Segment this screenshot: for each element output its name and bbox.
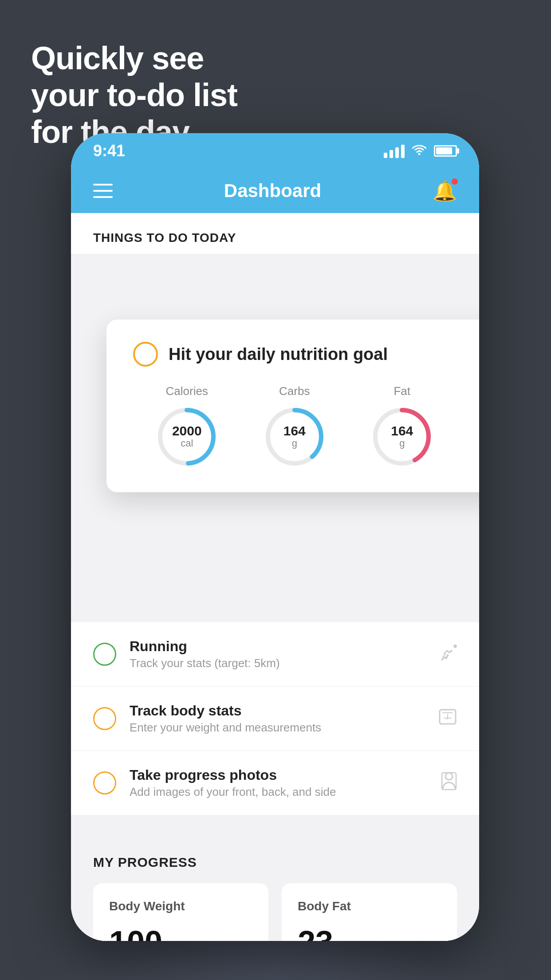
nutrition-circles: Calories 2000 cal Carbs (133, 384, 479, 470)
body-stats-sub: Enter your weight and measurements (130, 721, 425, 735)
carbs-unit: g (292, 438, 297, 449)
calories-ring: 2000 cal (153, 403, 220, 470)
status-time: 9:41 (93, 142, 125, 160)
calories-unit: cal (181, 438, 193, 449)
hamburger-menu[interactable] (93, 184, 113, 198)
headline-line1: Quickly see (31, 40, 204, 76)
status-icons (384, 143, 457, 158)
body-fat-card: Body Fat 23 % (282, 883, 457, 941)
carbs-ring: 164 g (261, 403, 328, 470)
fat-unit: g (399, 438, 405, 449)
running-sub: Track your stats (target: 5km) (130, 656, 425, 670)
photos-name: Take progress photos (130, 767, 428, 783)
nutrition-card: Hit your daily nutrition goal Calories 2… (106, 320, 479, 492)
battery-icon (434, 145, 457, 157)
notification-dot (451, 178, 459, 186)
nutrient-fat: Fat 164 g (369, 384, 435, 470)
body-weight-card-title: Body Weight (109, 899, 252, 913)
body-weight-card: Body Weight 100 kg (93, 883, 268, 941)
carbs-label: Carbs (279, 384, 310, 398)
fat-value: 164 (391, 424, 413, 438)
things-to-do-title: THINGS TO DO TODAY (93, 231, 236, 245)
nutrient-protein: ★ Protein 164 g (476, 384, 479, 470)
progress-section: MY PROGRESS Body Weight 100 kg Body Fat (71, 833, 479, 941)
fat-label: Fat (394, 384, 410, 398)
wifi-icon (412, 143, 427, 158)
phone-shell: 9:41 Dashboard 🔔 (71, 133, 479, 941)
body-fat-card-title: Body Fat (298, 899, 441, 913)
fat-ring: 164 g (369, 403, 435, 470)
nav-bar: Dashboard 🔔 (71, 169, 479, 213)
body-stats-name: Track body stats (130, 703, 425, 719)
svg-rect-10 (442, 773, 456, 790)
signal-icon (384, 144, 405, 158)
todo-list: Running Track your stats (target: 5km) T… (71, 622, 479, 815)
todo-item-running[interactable]: Running Track your stats (target: 5km) (71, 622, 479, 687)
calories-label: Calories (166, 384, 208, 398)
scale-icon (438, 708, 457, 729)
nutrition-check-circle[interactable] (133, 342, 158, 367)
todo-item-photos[interactable]: Take progress photos Add images of your … (71, 751, 479, 815)
protein-ring: 164 g (476, 403, 479, 470)
running-check-circle[interactable] (93, 643, 116, 666)
body-weight-value: 100 (109, 924, 162, 941)
nutrient-carbs: Carbs 164 g (261, 384, 328, 470)
progress-title: MY PROGRESS (93, 855, 457, 870)
headline-line2: your to-do list (31, 77, 237, 113)
carbs-value: 164 (283, 424, 306, 438)
calories-value: 2000 (172, 424, 202, 438)
photos-sub: Add images of your front, back, and side (130, 785, 428, 799)
things-to-do-header: THINGS TO DO TODAY (71, 213, 479, 254)
notification-bell-button[interactable]: 🔔 (433, 179, 457, 202)
status-bar: 9:41 (71, 133, 479, 169)
svg-point-9 (445, 773, 453, 780)
todo-item-body-stats[interactable]: Track body stats Enter your weight and m… (71, 687, 479, 751)
body-stats-check-circle[interactable] (93, 707, 116, 730)
running-icon (438, 644, 457, 664)
nav-title: Dashboard (224, 180, 321, 202)
person-icon (441, 772, 457, 794)
progress-cards: Body Weight 100 kg Body Fat 23 % (93, 883, 457, 941)
photos-check-circle[interactable] (93, 771, 116, 794)
nutrition-card-title: Hit your daily nutrition goal (169, 345, 388, 364)
running-name: Running (130, 638, 425, 655)
body-fat-value: 23 (298, 924, 333, 941)
nutrient-calories: Calories 2000 cal (153, 384, 220, 470)
